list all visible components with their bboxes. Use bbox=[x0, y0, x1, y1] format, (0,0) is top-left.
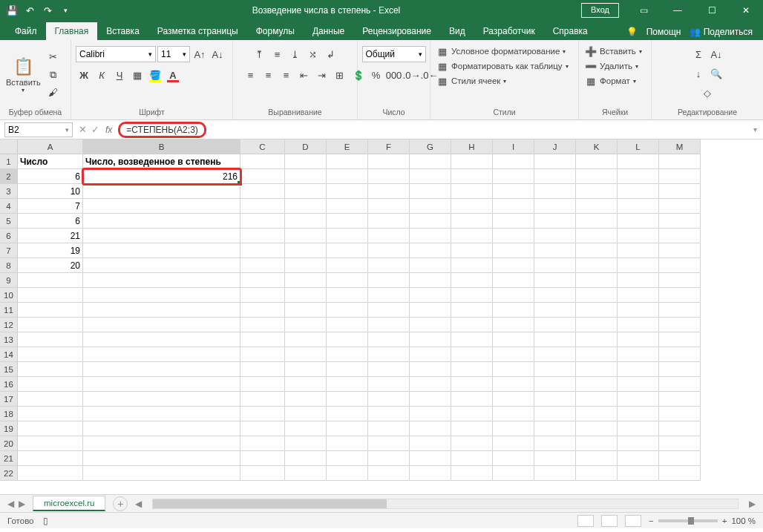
cell[interactable] bbox=[368, 318, 410, 332]
undo-icon[interactable]: ↶ bbox=[24, 4, 36, 16]
cell[interactable] bbox=[285, 154, 327, 169]
cell[interactable] bbox=[368, 243, 410, 258]
cell[interactable] bbox=[368, 421, 410, 436]
cell[interactable] bbox=[83, 258, 240, 273]
cell[interactable] bbox=[534, 347, 576, 362]
row-header[interactable]: 20 bbox=[0, 436, 18, 451]
cell[interactable] bbox=[618, 421, 659, 436]
col-header[interactable]: L bbox=[618, 139, 659, 154]
cell[interactable] bbox=[534, 436, 576, 451]
cell[interactable] bbox=[410, 421, 451, 436]
cell[interactable] bbox=[493, 436, 534, 451]
cell[interactable] bbox=[576, 377, 618, 392]
cell[interactable] bbox=[493, 451, 534, 466]
font-name-combo[interactable]: Calibri▾ bbox=[76, 46, 156, 62]
cell[interactable] bbox=[493, 199, 534, 214]
col-header[interactable]: G bbox=[410, 139, 451, 154]
cell[interactable] bbox=[451, 243, 493, 258]
cell[interactable] bbox=[493, 229, 534, 243]
cell[interactable] bbox=[83, 407, 240, 421]
cell[interactable] bbox=[451, 407, 493, 421]
cell[interactable] bbox=[659, 169, 701, 184]
cell[interactable] bbox=[83, 436, 240, 451]
cell[interactable] bbox=[451, 392, 493, 407]
cell[interactable] bbox=[576, 362, 618, 377]
cell[interactable] bbox=[659, 318, 701, 332]
fx-icon[interactable]: fx bbox=[105, 125, 112, 135]
conditional-formatting-button[interactable]: ▦Условное форматирование▾ bbox=[435, 45, 567, 58]
cell[interactable] bbox=[534, 273, 576, 288]
cell[interactable] bbox=[368, 199, 410, 214]
cell[interactable] bbox=[240, 199, 285, 214]
cell[interactable] bbox=[285, 288, 327, 303]
cell[interactable] bbox=[410, 392, 451, 407]
cell[interactable] bbox=[83, 229, 240, 243]
cell[interactable] bbox=[659, 288, 701, 303]
cell[interactable] bbox=[285, 451, 327, 466]
cell[interactable] bbox=[368, 154, 410, 169]
cell-styles-button[interactable]: ▦Стили ячеек▾ bbox=[435, 74, 508, 88]
cell[interactable]: 19 bbox=[18, 243, 83, 258]
zoom-in-icon[interactable]: + bbox=[722, 516, 727, 525]
align-middle-icon[interactable]: ≡ bbox=[269, 46, 286, 62]
cell[interactable] bbox=[493, 407, 534, 421]
format-painter-icon[interactable]: 🖌 bbox=[45, 85, 62, 101]
cell[interactable] bbox=[368, 451, 410, 466]
cell[interactable] bbox=[240, 436, 285, 451]
cell[interactable] bbox=[240, 421, 285, 436]
cell[interactable] bbox=[576, 451, 618, 466]
cell[interactable]: 10 bbox=[18, 184, 83, 199]
delete-cells-button[interactable]: ➖Удалить▾ bbox=[583, 59, 640, 73]
redo-icon[interactable]: ↷ bbox=[42, 4, 53, 16]
macro-record-icon[interactable]: ▯ bbox=[43, 516, 48, 526]
tab-данные[interactable]: Данные bbox=[304, 22, 353, 40]
bold-button[interactable]: Ж bbox=[76, 67, 92, 83]
cell[interactable] bbox=[493, 347, 534, 362]
cell[interactable] bbox=[240, 318, 285, 332]
row-header[interactable]: 2 bbox=[0, 169, 18, 184]
cell[interactable] bbox=[368, 184, 410, 199]
cancel-formula-icon[interactable]: ✕ bbox=[79, 124, 87, 135]
cell[interactable] bbox=[83, 318, 240, 332]
col-header[interactable]: K bbox=[576, 139, 618, 154]
tab-разработчик[interactable]: Разработчик bbox=[474, 22, 544, 40]
col-header[interactable]: I bbox=[493, 139, 534, 154]
cell[interactable] bbox=[451, 184, 493, 199]
cell[interactable] bbox=[659, 451, 701, 466]
underline-button[interactable]: Ч bbox=[111, 67, 128, 83]
tell-me-icon[interactable]: 💡 bbox=[626, 27, 638, 37]
sort-filter-icon[interactable]: A↓ bbox=[708, 46, 724, 62]
row-header[interactable]: 4 bbox=[0, 199, 18, 214]
cell[interactable] bbox=[576, 392, 618, 407]
cell[interactable] bbox=[410, 318, 451, 332]
cell[interactable] bbox=[240, 377, 285, 392]
cell[interactable] bbox=[240, 288, 285, 303]
cell[interactable] bbox=[240, 466, 285, 481]
cell[interactable] bbox=[493, 466, 534, 481]
cell[interactable] bbox=[410, 199, 451, 214]
autosum-icon[interactable]: Σ bbox=[690, 46, 707, 62]
cell[interactable] bbox=[451, 466, 493, 481]
tab-справка[interactable]: Справка bbox=[544, 22, 597, 40]
cell[interactable] bbox=[410, 154, 451, 169]
cell[interactable] bbox=[285, 362, 327, 377]
cell[interactable] bbox=[618, 258, 659, 273]
tab-главная[interactable]: Главная bbox=[46, 22, 98, 40]
cell[interactable] bbox=[410, 273, 451, 288]
cell[interactable] bbox=[240, 303, 285, 318]
cell[interactable] bbox=[451, 362, 493, 377]
cell[interactable] bbox=[618, 199, 659, 214]
cell[interactable] bbox=[451, 303, 493, 318]
cut-icon[interactable]: ✂ bbox=[45, 49, 62, 65]
cell[interactable] bbox=[576, 214, 618, 229]
select-all-corner[interactable] bbox=[0, 139, 18, 154]
cell[interactable] bbox=[618, 451, 659, 466]
row-header[interactable]: 11 bbox=[0, 303, 18, 318]
cell[interactable] bbox=[493, 169, 534, 184]
increase-decimal-icon[interactable]: .0→ bbox=[404, 67, 420, 83]
align-top-icon[interactable]: ⤒ bbox=[252, 46, 268, 62]
cell[interactable] bbox=[410, 184, 451, 199]
cell[interactable] bbox=[493, 288, 534, 303]
cell[interactable] bbox=[327, 332, 368, 347]
login-button[interactable]: Вход bbox=[581, 3, 619, 18]
